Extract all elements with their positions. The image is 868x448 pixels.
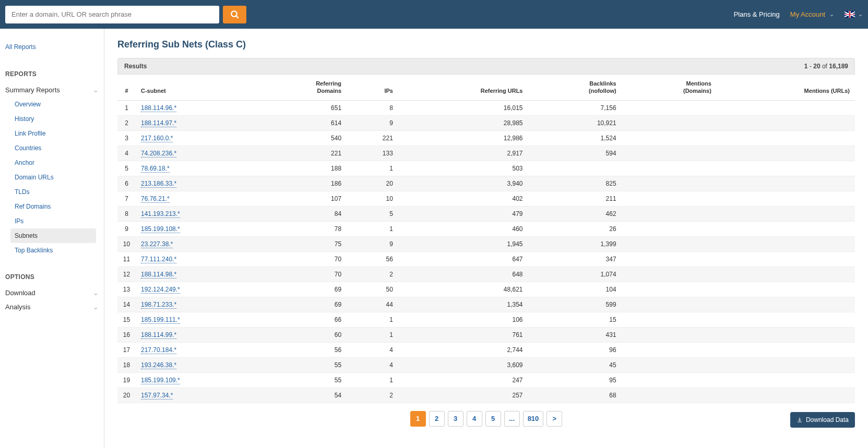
col-backlinks-nofollow[interactable]: Backlinks(nofollow) — [528, 75, 622, 100]
col-index[interactable]: # — [117, 75, 136, 100]
results-range: 1 - 20 of 16,189 — [804, 63, 848, 70]
sidebar-item-history[interactable]: History — [10, 112, 96, 126]
svg-line-1 — [236, 16, 239, 18]
subnet-link[interactable]: 23.227.38.* — [141, 240, 173, 248]
subnet-link[interactable]: 76.76.21.* — [141, 195, 170, 203]
results-bar: Results 1 - 20 of 16,189 — [117, 58, 855, 75]
cell-backlinks-nofollow: 347 — [528, 251, 622, 267]
summary-reports-toggle[interactable]: Summary Reports ⌄ — [5, 83, 104, 97]
header-left — [5, 6, 246, 23]
cell-ref-urls: 3,940 — [398, 176, 528, 191]
cell-mentions-domains — [622, 191, 717, 206]
cell-subnet: 23.227.38.* — [136, 236, 258, 251]
subnet-link[interactable]: 198.71.233.* — [141, 301, 176, 309]
cell-subnet: 217.160.0.* — [136, 130, 258, 146]
cell-ref-domains: 651 — [258, 100, 347, 115]
cell-backlinks-nofollow — [528, 161, 622, 176]
col-mentions-urls[interactable]: Mentions (URLs) — [717, 75, 855, 100]
cell-subnet: 188.114.97.* — [136, 115, 258, 130]
cell-mentions-domains — [622, 100, 717, 115]
table-row: 14198.71.233.*69441,354599 — [117, 297, 855, 312]
my-account-menu[interactable]: My Account ⌄ — [790, 10, 834, 18]
cell-ref-domains: 186 — [258, 176, 347, 191]
page-button-3[interactable]: 3 — [448, 411, 463, 427]
cell-index: 14 — [117, 297, 136, 312]
analysis-toggle[interactable]: Analysis ⌄ — [5, 300, 104, 314]
subnet-link[interactable]: 185.199.109.* — [141, 377, 180, 384]
cell-ref-domains: 55 — [258, 372, 347, 388]
search-input[interactable] — [5, 6, 219, 23]
subnet-link[interactable]: 213.186.33.* — [141, 180, 176, 188]
subnet-link[interactable]: 188.114.97.* — [141, 119, 176, 127]
cell-ref-domains: 78 — [258, 221, 347, 236]
download-data-button[interactable]: Download Data — [790, 412, 855, 428]
page-button-2[interactable]: 2 — [429, 411, 445, 427]
table-row: 18193.246.38.*5543,60945 — [117, 357, 855, 372]
subnet-link[interactable]: 74.208.236.* — [141, 150, 176, 158]
all-reports-link[interactable]: All Reports — [5, 39, 104, 55]
reports-heading: REPORTS — [5, 70, 104, 78]
main-content: Referring Sub Nets (Class C) Results 1 -… — [104, 29, 868, 448]
cell-mentions-urls — [717, 221, 855, 236]
page-button-5[interactable]: 5 — [485, 411, 501, 427]
sidebar-item-anchor[interactable]: Anchor — [10, 155, 96, 170]
subnet-link[interactable]: 188.114.99.* — [141, 331, 176, 339]
subnet-link[interactable]: 185.199.111.* — [141, 316, 180, 324]
download-toggle[interactable]: Download ⌄ — [5, 286, 104, 300]
sidebar-item-overview[interactable]: Overview — [10, 97, 96, 112]
sidebar-item-ref-domains[interactable]: Ref Domains — [10, 199, 96, 214]
subnet-link[interactable]: 141.193.213.* — [141, 210, 180, 218]
cell-ips: 44 — [347, 297, 398, 312]
cell-index: 8 — [117, 206, 136, 221]
cell-index: 7 — [117, 191, 136, 206]
subnet-link[interactable]: 157.97.34.* — [141, 392, 173, 399]
subnet-link[interactable]: 217.160.0.* — [141, 135, 173, 142]
cell-ref-domains: 221 — [258, 146, 347, 161]
subnet-link[interactable]: 193.246.38.* — [141, 361, 176, 369]
col-mentions-domains[interactable]: Mentions(Domains) — [622, 75, 717, 100]
subnet-link[interactable]: 217.70.184.* — [141, 346, 176, 354]
cell-ref-urls: 1,945 — [398, 236, 528, 251]
language-selector[interactable]: ⌄ — [845, 11, 863, 18]
sidebar-item-tlds[interactable]: TLDs — [10, 185, 96, 199]
subnet-link[interactable]: 185.199.108.* — [141, 225, 180, 233]
cell-mentions-domains — [622, 372, 717, 388]
download-label: Download — [5, 289, 35, 297]
cell-mentions-urls — [717, 282, 855, 297]
sidebar-item-subnets[interactable]: Subnets — [10, 228, 96, 243]
sidebar-item-top-backlinks[interactable]: Top Backlinks — [10, 243, 96, 258]
sidebar-item-domain-urls[interactable]: Domain URLs — [10, 170, 96, 185]
cell-subnet: 76.76.21.* — [136, 191, 258, 206]
subnet-link[interactable]: 188.114.96.* — [141, 104, 176, 112]
plans-pricing-link[interactable]: Plans & Pricing — [734, 10, 780, 18]
cell-ref-urls: 3,609 — [398, 357, 528, 372]
table-row: 474.208.236.*2211332,917594 — [117, 146, 855, 161]
cell-backlinks-nofollow: 462 — [528, 206, 622, 221]
cell-index: 13 — [117, 282, 136, 297]
sidebar-item-ips[interactable]: IPs — [10, 214, 96, 228]
sidebar-item-countries[interactable]: Countries — [10, 141, 96, 155]
chevron-down-icon: ⌄ — [829, 11, 834, 18]
table-body: 1188.114.96.*651816,0157,1562188.114.97.… — [117, 100, 855, 403]
sidebar-item-link-profile[interactable]: Link Profile — [10, 126, 96, 141]
subnet-link[interactable]: 77.111.240.* — [141, 256, 176, 263]
search-button[interactable] — [223, 6, 246, 23]
col-ref-urls[interactable]: Referring URLs — [398, 75, 528, 100]
cell-ips: 5 — [347, 206, 398, 221]
subnet-link[interactable]: 188.114.98.* — [141, 271, 176, 279]
cell-mentions-urls — [717, 176, 855, 191]
cell-ref-urls: 48,621 — [398, 282, 528, 297]
cell-ref-urls: 106 — [398, 312, 528, 327]
cell-mentions-urls — [717, 130, 855, 146]
cell-subnet: 188.114.98.* — [136, 267, 258, 282]
subnet-link[interactable]: 192.124.249.* — [141, 286, 180, 294]
cell-ips: 9 — [347, 236, 398, 251]
page-button-810[interactable]: 810 — [523, 411, 544, 427]
page-next-button[interactable]: > — [546, 411, 562, 427]
subnet-link[interactable]: 78.69.18.* — [141, 165, 170, 173]
col-ips[interactable]: IPs — [347, 75, 398, 100]
col-ref-domains[interactable]: ReferringDomains — [258, 75, 347, 100]
page-button-4[interactable]: 4 — [467, 411, 482, 427]
col-subnet[interactable]: C-subnet — [136, 75, 258, 100]
page-button-1[interactable]: 1 — [410, 411, 426, 427]
